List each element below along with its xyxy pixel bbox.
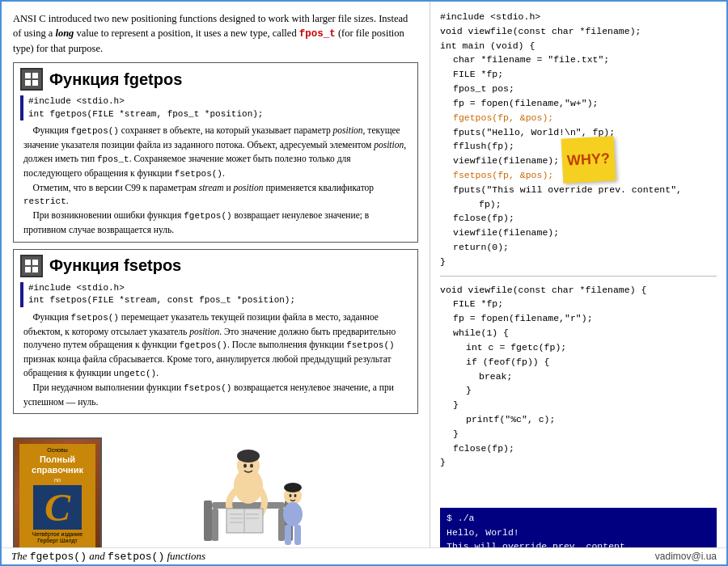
section-fsetpos: Функция fsetpos #include <stdio.h> int f… [13,249,418,415]
code-line: void viewfile(const char *filename) { [440,283,717,298]
svg-rect-6 [25,267,31,272]
footer-bar: The fgetpos() and fsetpos() functions va… [2,547,726,564]
code-line: fp = fopen(filename,"r"); [440,311,717,326]
code-line: viewfile(filename); [440,226,717,240]
footer-text2: and [87,550,108,562]
code-line: printf("%c", c); [440,412,717,427]
svg-rect-4 [25,260,31,265]
code-line: int main (void) { [440,39,717,53]
code-divider [440,276,717,277]
book-cover: Основы Полный справочник по C Четвёртое … [13,437,102,555]
code-line: } [440,383,717,398]
footer-fgetpos: fgetpos() [30,551,87,563]
svg-rect-7 [32,267,38,272]
fgetpos-body: Функция fgetpos() сохраняет в объекте, н… [20,124,411,237]
code-line: fclose(fp); [440,441,717,456]
fsetpos-body: Функция fsetpos() перемещает указатель т… [20,310,411,409]
code-line: return(0); [440,240,717,255]
book-cover-inner: Основы Полный справочник по C Четвёртое … [19,444,95,548]
svg-point-16 [243,464,247,468]
svg-point-15 [237,450,260,463]
book-author: Герберт Шилдт [37,538,78,543]
svg-rect-1 [32,73,38,78]
code-line: FILE *fp; [440,67,717,82]
code-line: if (feof(fp)) { [440,355,717,370]
code-line: fp = fopen(filename,"w+"); [440,96,717,111]
code-line: } [440,427,717,441]
code-line: int c = fgetc(fp); [440,340,717,355]
code-line: #include <stdio.h> [440,10,717,24]
fgetpos-code: #include <stdio.h> int fgetpos(FILE *str… [23,95,263,120]
section-fgetpos: Функция fgetpos #include <stdio.h> int f… [13,62,418,242]
book-title: Полный справочник [23,454,92,475]
code-line: } [440,398,717,412]
terminal-line: $ ./a [447,511,710,525]
code-line: char *filename = "file.txt"; [440,53,717,67]
svg-rect-30 [285,525,291,545]
svg-rect-9 [212,509,218,541]
fsetpos-code-area: #include <stdio.h> int fsetpos(FILE *str… [20,282,411,307]
sticky-text: WHY? [566,150,610,169]
long-word: long [55,27,74,39]
code-line: #include <stdio.h> [28,282,295,294]
svg-point-27 [289,494,291,497]
section-fsetpos-title: Функция fsetpos [20,255,411,277]
footer-text1: The [11,550,30,562]
book-subtitle: по [54,476,61,484]
code-section-viewfile: void viewfile(const char *filename) { FI… [440,283,717,504]
fpos-type: fpos_t [299,28,336,40]
code-line: fclose(fp); [440,211,717,226]
sticky-note: WHY? [561,136,616,183]
footer-email: vadimov@i.ua [655,551,717,562]
book-c-letter: C [33,485,82,530]
code-line: int fgetpos(FILE *stream, fpos_t *positi… [28,108,263,120]
code-line: fputs("This will override prev. content"… [440,183,717,197]
fsetpos-icon [20,255,43,277]
svg-point-28 [294,494,296,497]
svg-point-17 [250,464,253,468]
code-line: while(1) { [440,326,717,340]
code-line: void viewfile(const char *filename); [440,24,717,39]
footer-text3: functions [164,550,205,562]
footer-fsetpos: fsetpos() [108,551,164,563]
code-line: break; [440,370,717,384]
terminal-line: Hello, World! [447,526,710,539]
code-line: int fsetpos(FILE *stream, const fpos_t *… [28,294,295,306]
svg-rect-31 [294,525,301,545]
svg-point-29 [283,502,303,526]
code-line: } [440,455,717,470]
illustration-area [110,437,418,555]
book-osnovy: Основы [47,447,67,453]
code-line: FILE *fp; [440,297,717,311]
fgetpos-icon [20,68,43,91]
left-panel: ANSI C introduced two new positioning fu… [2,2,430,564]
illustration-svg [188,437,341,555]
code-line-orange: fgetpos(fp, &pos); [440,111,717,125]
fsetpos-code: #include <stdio.h> int fsetpos(FILE *str… [23,282,295,307]
intro-text: ANSI C introduced two new positioning fu… [13,11,418,56]
bottom-area: Основы Полный справочник по C Четвёртое … [13,424,418,555]
code-line: } [440,255,717,269]
svg-rect-3 [32,80,38,86]
svg-rect-2 [25,80,31,86]
footer-caption: The fgetpos() and fsetpos() functions [11,550,205,563]
svg-rect-0 [25,73,31,78]
code-line: #include <stdio.h> [28,95,263,108]
code-line: fpos_t pos; [440,82,717,96]
section-fgetpos-title: Функция fgetpos [20,68,411,91]
fgetpos-code-area: #include <stdio.h> int fgetpos(FILE *str… [20,95,411,120]
svg-point-26 [284,483,302,492]
right-panel: #include <stdio.h> void viewfile(const c… [430,2,726,564]
book-edition: Четвёртое издание [32,531,83,537]
main-container: ANSI C introduced two new positioning fu… [2,2,726,564]
code-line: fp); [440,197,717,212]
svg-rect-5 [32,260,38,265]
svg-rect-11 [204,501,212,541]
